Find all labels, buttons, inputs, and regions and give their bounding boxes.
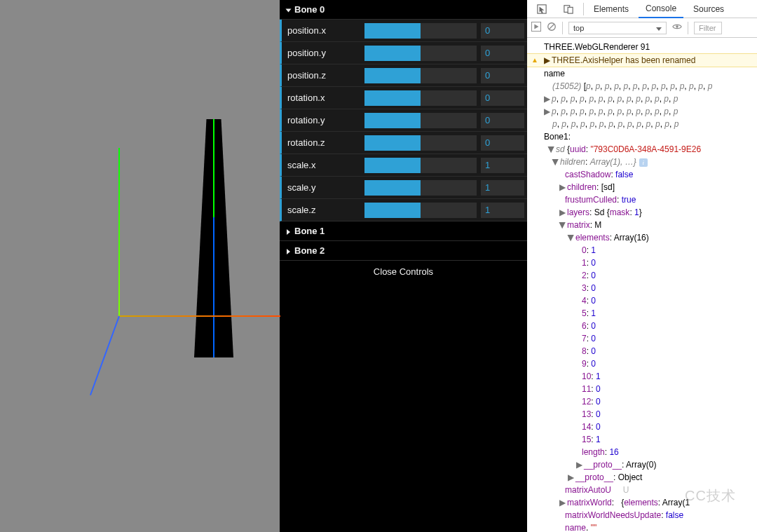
- console-line[interactable]: (15052) [p, p, p, p, p, p, p, p, p, p, p…: [527, 80, 757, 93]
- axis-z-pos: [90, 316, 120, 395]
- prop-label: rotation.y: [282, 115, 364, 125]
- prop-label: scale.y: [282, 182, 364, 193]
- number-input[interactable]: 0: [481, 135, 524, 151]
- number-input[interactable]: 0: [481, 68, 524, 83]
- viewport-3d[interactable]: [0, 0, 280, 532]
- slider[interactable]: [364, 113, 477, 128]
- prop-label: position.y: [282, 48, 364, 58]
- devtools-tabs: Elements Console Sources: [527, 0, 757, 18]
- console-line[interactable]: ▶THREE.AxisHelper has been renamed: [527, 53, 757, 67]
- console-line[interactable]: castShadow: false: [527, 168, 757, 181]
- console-line[interactable]: ▶p, p, p, p, p, p, p, p, p, p, p, p, p, …: [527, 93, 757, 105]
- console-line[interactable]: 2: 0: [527, 269, 757, 282]
- number-input[interactable]: 0: [481, 113, 524, 128]
- console-line[interactable]: 4: 0: [527, 294, 757, 307]
- console-line[interactable]: matrixAutoU U: [527, 484, 757, 496]
- console-line[interactable]: 3: 0: [527, 282, 757, 294]
- console-line[interactable]: 0: 1: [527, 244, 757, 257]
- console-line[interactable]: ▶matrixWorld: {elements: Array(1: [527, 496, 757, 509]
- console-line[interactable]: 15: 1: [527, 433, 757, 446]
- close-controls[interactable]: Close Controls: [280, 261, 527, 282]
- console-line[interactable]: 5: 1: [527, 307, 757, 320]
- console-line[interactable]: ▶sd {uuid: "793C0D6A-348A-4591-9E26: [527, 143, 757, 156]
- console-line[interactable]: name. "": [527, 521, 757, 532]
- number-input[interactable]: 0: [481, 46, 524, 61]
- console-line[interactable]: ▶p, p, p, p, p, p, p, p, p, p, p, p, p, …: [527, 105, 757, 118]
- prop-label: rotation.x: [282, 93, 364, 103]
- console-line[interactable]: frustumCulled: true: [527, 193, 757, 206]
- console-line[interactable]: 6: 0: [527, 320, 757, 332]
- console-line[interactable]: ▶__proto__: Object: [527, 471, 757, 484]
- number-input[interactable]: 0: [481, 90, 524, 106]
- folder-bone-0[interactable]: Bone 0: [280, 0, 527, 20]
- console-line[interactable]: THREE.WebGLRenderer 91: [527, 41, 757, 53]
- prop-scale-z: scale.z1: [280, 199, 527, 221]
- console-line[interactable]: ▶__proto__: Array(0): [527, 458, 757, 471]
- console-line[interactable]: 8: 0: [527, 345, 757, 357]
- axis-x-pos: [119, 315, 280, 317]
- console-line[interactable]: 13: 0: [527, 408, 757, 421]
- prop-label: position.x: [282, 25, 364, 36]
- console-line[interactable]: 9: 0: [527, 357, 757, 370]
- console-line[interactable]: ▶children: [sd]: [527, 181, 757, 193]
- device-toggle-icon[interactable]: [557, 4, 580, 14]
- prop-rotation-x: rotation.x0: [280, 87, 527, 109]
- prop-scale-y: scale.y1: [280, 177, 527, 199]
- inspect-icon[interactable]: [530, 4, 554, 14]
- console-line[interactable]: ▶matrix: M: [527, 219, 757, 231]
- svg-point-6: [676, 25, 678, 28]
- slider[interactable]: [364, 180, 477, 196]
- console-toolbar: top Filter: [527, 18, 757, 38]
- slider[interactable]: [364, 68, 477, 83]
- folder-bone-2[interactable]: Bone 2: [280, 241, 527, 261]
- prop-label: position.z: [282, 70, 364, 81]
- prop-scale-x: scale.x1: [280, 154, 527, 177]
- axis-y-pos: [118, 148, 120, 316]
- folder-bone-1[interactable]: Bone 1: [280, 221, 527, 241]
- console-line[interactable]: Bone1:: [527, 130, 757, 143]
- console-line[interactable]: ▶hildren: Array(1), …}i: [527, 156, 757, 168]
- filter-input[interactable]: Filter: [694, 22, 722, 34]
- dat-gui-panel: Bone 0position.x0position.y0position.z0r…: [280, 0, 527, 532]
- context-selector[interactable]: top: [568, 22, 667, 34]
- prop-position-y: position.y0: [280, 42, 527, 64]
- console-line[interactable]: 14: 0: [527, 421, 757, 433]
- slider[interactable]: [364, 158, 477, 173]
- console-line[interactable]: matrixWorldNeedsUpdate: false: [527, 509, 757, 521]
- console-line[interactable]: 1: 0: [527, 257, 757, 269]
- tab-sources[interactable]: Sources: [686, 1, 731, 18]
- prop-rotation-z: rotation.z0: [280, 132, 527, 154]
- number-input[interactable]: 1: [481, 203, 524, 218]
- console-line[interactable]: length: 16: [527, 446, 757, 458]
- prop-label: scale.z: [282, 205, 364, 215]
- console-line[interactable]: name: [527, 67, 757, 80]
- console-line[interactable]: p, p, p, p, p, p, p, p, p, p, p, p, p, p: [527, 118, 757, 130]
- number-input[interactable]: 1: [481, 158, 524, 173]
- prop-rotation-y: rotation.y0: [280, 109, 527, 132]
- console-output[interactable]: THREE.WebGLRenderer 91▶THREE.AxisHelper …: [527, 38, 757, 532]
- slider[interactable]: [364, 23, 477, 39]
- number-input[interactable]: 0: [481, 23, 524, 39]
- prop-position-x: position.x0: [280, 20, 527, 42]
- console-line[interactable]: ▶layers: Sd {mask: 1}: [527, 206, 757, 219]
- console-line[interactable]: 11: 0: [527, 383, 757, 395]
- clear-icon[interactable]: [547, 22, 557, 34]
- prop-label: scale.x: [282, 160, 364, 170]
- console-line[interactable]: 7: 0: [527, 332, 757, 345]
- tab-console[interactable]: Console: [639, 0, 683, 18]
- play-icon[interactable]: [531, 22, 541, 34]
- prop-label: rotation.z: [282, 137, 364, 148]
- tab-elements[interactable]: Elements: [587, 1, 636, 18]
- number-input[interactable]: 1: [481, 180, 524, 196]
- slider[interactable]: [364, 46, 477, 61]
- eye-icon[interactable]: [672, 22, 682, 34]
- svg-rect-2: [568, 7, 573, 13]
- slider[interactable]: [364, 90, 477, 106]
- console-line[interactable]: ▶elements: Array(16): [527, 231, 757, 244]
- prop-position-z: position.z0: [280, 64, 527, 87]
- slider[interactable]: [364, 135, 477, 151]
- mesh-bone: [189, 119, 238, 357]
- console-line[interactable]: 12: 0: [527, 395, 757, 408]
- slider[interactable]: [364, 203, 477, 218]
- console-line[interactable]: 10: 1: [527, 370, 757, 383]
